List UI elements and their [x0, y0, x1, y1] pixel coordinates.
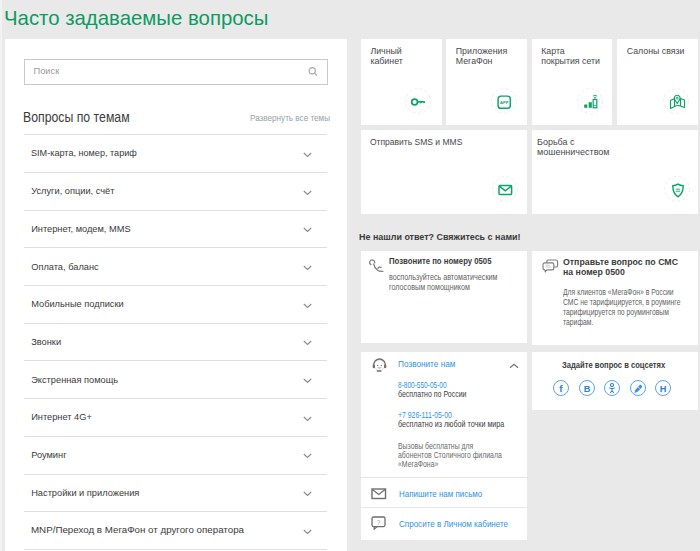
svg-text:Н: Н — [660, 384, 667, 394]
svg-text:В: В — [583, 384, 590, 394]
svg-text:APP: APP — [500, 100, 509, 105]
svg-text:?: ? — [377, 519, 381, 526]
svg-text:f: f — [559, 383, 563, 394]
